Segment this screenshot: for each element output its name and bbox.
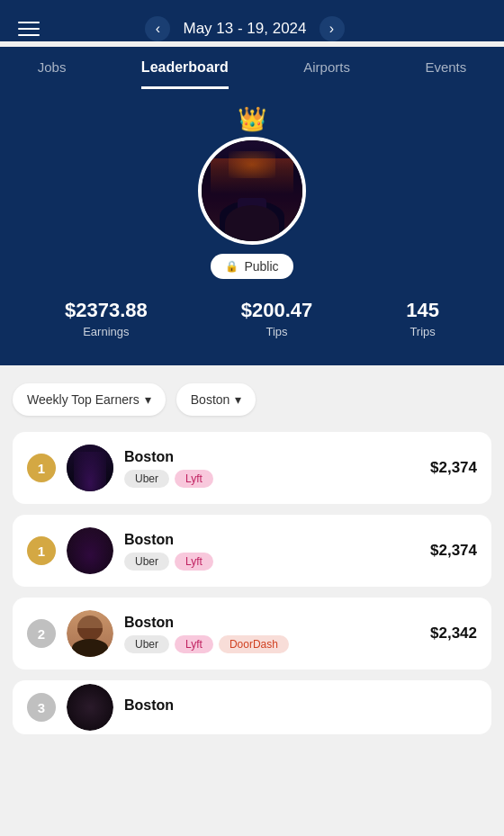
lyft-tag-3: Lyft: [175, 635, 213, 653]
earners-chevron-icon: ▾: [145, 392, 151, 407]
trips-value: 145: [406, 299, 439, 322]
user-avatar: [198, 137, 306, 245]
leaderboard-item[interactable]: 1 Boston Uber Lyft $2,374: [13, 515, 491, 587]
tab-jobs[interactable]: Jobs: [38, 59, 67, 89]
privacy-label: Public: [244, 259, 278, 274]
earners-filter-button[interactable]: Weekly Top Earners ▾: [13, 383, 166, 416]
tags-2: Uber Lyft: [124, 553, 419, 571]
leaderboard-item[interactable]: 2 Boston Uber Lyft DoorDash $2,342: [13, 598, 491, 670]
tips-stat: $200.47 Tips: [241, 299, 313, 338]
stats-row: $2373.88 Earnings $200.47 Tips 145 Trips: [18, 299, 486, 338]
leaderboard-item[interactable]: 1 Boston Uber Lyft $2,374: [13, 432, 491, 504]
lyft-tag-2: Lyft: [175, 553, 213, 571]
trips-stat: 145 Trips: [406, 299, 439, 338]
tags-1: Uber Lyft: [124, 470, 419, 488]
avatar-3: [67, 610, 113, 657]
item-info-3: Boston Uber Lyft DoorDash: [124, 615, 419, 653]
tab-leaderboard[interactable]: Leaderboard: [141, 59, 229, 89]
list-section: Weekly Top Earners ▾ Boston ▾ 1 Boston U…: [0, 365, 504, 763]
earnings-label: Earnings: [65, 325, 148, 338]
trips-label: Trips: [406, 325, 439, 338]
city-label-2: Boston: [124, 532, 419, 548]
uber-tag-1: Uber: [124, 470, 169, 488]
item-info-2: Boston Uber Lyft: [124, 532, 419, 571]
earnings-stat: $2373.88 Earnings: [65, 299, 148, 338]
location-filter-label: Boston: [191, 392, 230, 407]
location-chevron-icon: ▾: [235, 392, 241, 407]
crown-icon: 👑: [238, 105, 266, 133]
header: ‹ May 13 - 19, 2024 ›: [0, 0, 504, 41]
doordash-tag-3: DoorDash: [219, 635, 289, 653]
amount-2: $2,374: [430, 542, 477, 560]
tab-events[interactable]: Events: [425, 59, 466, 89]
avatar-image: [202, 140, 302, 241]
rank-badge-1: 1: [27, 454, 56, 482]
lyft-tag-1: Lyft: [175, 470, 213, 488]
date-range-label: May 13 - 19, 2024: [183, 20, 306, 38]
privacy-badge[interactable]: 🔒 Public: [211, 254, 292, 279]
prev-week-button[interactable]: ‹: [145, 16, 170, 41]
amount-3: $2,342: [430, 625, 477, 643]
earners-filter-label: Weekly Top Earners: [27, 392, 140, 407]
avatar-1: [67, 445, 113, 491]
tags-3: Uber Lyft DoorDash: [124, 635, 419, 653]
amount-1: $2,374: [430, 459, 477, 477]
date-navigation: ‹ May 13 - 19, 2024 ›: [145, 16, 344, 41]
hamburger-menu[interactable]: [18, 22, 40, 36]
tab-airports[interactable]: Airports: [303, 59, 350, 89]
uber-tag-2: Uber: [124, 553, 169, 571]
location-filter-button[interactable]: Boston ▾: [176, 383, 256, 416]
earnings-value: $2373.88: [65, 299, 148, 322]
uber-tag-3: Uber: [124, 635, 169, 653]
leaderboard-item-partial[interactable]: 3 Boston: [13, 680, 491, 734]
tips-label: Tips: [241, 325, 313, 338]
rank-badge-4: 3: [27, 693, 56, 722]
hero-section: 👑 🔒 Public $2373.88 Earnings $200.47 Tip…: [0, 89, 504, 365]
city-label-3: Boston: [124, 615, 419, 631]
rank-badge-3: 2: [27, 619, 56, 648]
next-week-button[interactable]: ›: [320, 16, 345, 41]
avatar-2: [67, 527, 113, 574]
main-tabs: Jobs Leaderboard Airports Events: [0, 47, 504, 89]
lock-icon: 🔒: [225, 260, 238, 273]
city-label-4: Boston: [124, 697, 477, 714]
rank-badge-2: 1: [27, 536, 56, 565]
filter-row: Weekly Top Earners ▾ Boston ▾: [13, 383, 491, 416]
tips-value: $200.47: [241, 299, 313, 322]
item-info-1: Boston Uber Lyft: [124, 449, 419, 488]
avatar-4: [67, 684, 113, 731]
city-label-1: Boston: [124, 449, 419, 465]
item-info-4: Boston: [124, 697, 477, 718]
